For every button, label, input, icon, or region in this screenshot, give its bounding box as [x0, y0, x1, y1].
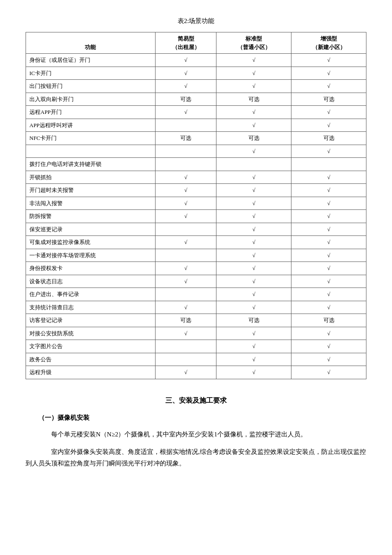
cell-simple: √	[155, 67, 216, 80]
cell-standard: √	[216, 67, 291, 80]
cell-simple: √	[155, 210, 216, 223]
paragraph-2: 室内室外摄像头安装高度、角度适宜，根据实地情况,综合考虑设备安全及监控效果设定安…	[26, 446, 366, 469]
cell-standard: √	[216, 197, 291, 210]
cell-feature: 可集成对接监控录像系统	[26, 236, 156, 249]
cell-standard: √	[216, 327, 291, 340]
cell-simple: √	[155, 197, 216, 210]
table-row: 文字图片公告√√	[26, 340, 366, 353]
table-row: 对接公安技防系统√√√	[26, 327, 366, 340]
cell-enhanced: √	[291, 223, 366, 236]
cell-standard: √	[216, 210, 291, 223]
cell-feature: 政务公告	[26, 353, 156, 366]
cell-simple: 可选	[155, 132, 216, 145]
cell-simple: √	[155, 54, 216, 67]
cell-enhanced: 可选	[291, 93, 366, 106]
cell-feature: 远程升级	[26, 366, 156, 379]
cell-simple: √	[155, 106, 216, 119]
cell-feature: 拨打住户电话对讲支持键开锁	[26, 158, 156, 171]
cell-enhanced: √	[291, 288, 366, 301]
cell-simple	[155, 158, 216, 171]
cell-simple	[155, 223, 216, 236]
cell-enhanced: √	[291, 171, 366, 184]
cell-simple: √	[155, 262, 216, 275]
cell-standard: √	[216, 301, 291, 314]
cell-enhanced: √	[291, 197, 366, 210]
cell-enhanced: √	[291, 275, 366, 288]
cell-feature: 开门超时未关报警	[26, 184, 156, 197]
cell-feature: NFC卡开门	[26, 132, 156, 145]
cell-enhanced: √	[291, 145, 366, 158]
table-row: 远程APP开门√√√	[26, 106, 366, 119]
cell-simple	[155, 288, 216, 301]
cell-feature: 访客登记记录	[26, 314, 156, 327]
cell-feature: 非法闯入报警	[26, 197, 156, 210]
cell-feature: APP远程呼叫对讲	[26, 119, 156, 132]
section-title: 三、安装及施工要求	[26, 396, 366, 405]
col-header-standard: 标准型 （普通小区）	[216, 32, 291, 54]
cell-standard: √	[216, 275, 291, 288]
cell-feature: 文字图片公告	[26, 340, 156, 353]
cell-feature: 防拆报警	[26, 210, 156, 223]
table-row: 出门按钮开门√√√	[26, 80, 366, 93]
cell-simple	[155, 340, 216, 353]
cell-enhanced: 可选	[291, 132, 366, 145]
cell-feature: 一卡通对接停车场管理系统	[26, 249, 156, 262]
paragraph-1: 每个单元楼安装N（N≥2）个摄像机，其中室内外至少安装1个摄像机，监控楼宇进出人…	[26, 429, 366, 440]
cell-standard: √	[216, 366, 291, 379]
cell-enhanced: √	[291, 327, 366, 340]
cell-feature: 出门按钮开门	[26, 80, 156, 93]
cell-simple: √	[155, 327, 216, 340]
cell-enhanced: √	[291, 106, 366, 119]
cell-enhanced: √	[291, 262, 366, 275]
table-row: 远程升级√√√	[26, 366, 366, 379]
cell-simple: √	[155, 301, 216, 314]
cell-standard: √	[216, 353, 291, 366]
table-row: 设备状态日志√√√	[26, 275, 366, 288]
cell-standard: √	[216, 288, 291, 301]
cell-enhanced: √	[291, 353, 366, 366]
cell-simple	[155, 249, 216, 262]
cell-enhanced: √	[291, 366, 366, 379]
cell-standard: 可选	[216, 314, 291, 327]
cell-standard: √	[216, 171, 291, 184]
table-title: 表2:场景功能	[26, 17, 366, 25]
cell-standard: 可选	[216, 132, 291, 145]
cell-standard: √	[216, 80, 291, 93]
table-row: 拨打住户电话对讲支持键开锁	[26, 158, 366, 171]
cell-enhanced: √	[291, 119, 366, 132]
cell-standard: √	[216, 249, 291, 262]
col-header-simple: 简易型 （出租屋）	[155, 32, 216, 54]
cell-simple	[155, 145, 216, 158]
cell-feature: 身份授权发卡	[26, 262, 156, 275]
cell-standard: 可选	[216, 93, 291, 106]
cell-simple: √	[155, 80, 216, 93]
table-row: 访客登记记录可选可选可选	[26, 314, 366, 327]
cell-enhanced: √	[291, 249, 366, 262]
cell-feature: IC卡开门	[26, 67, 156, 80]
table-row: 一卡通对接停车场管理系统√√	[26, 249, 366, 262]
cell-enhanced: √	[291, 236, 366, 249]
cell-simple: √	[155, 275, 216, 288]
cell-simple: √	[155, 171, 216, 184]
cell-simple: √	[155, 184, 216, 197]
cell-enhanced: √	[291, 301, 366, 314]
table-row: APP远程呼叫对讲√√	[26, 119, 366, 132]
col-header-enhanced: 增强型 （新建小区）	[291, 32, 366, 54]
table-row: 非法闯入报警√√√	[26, 197, 366, 210]
cell-standard: √	[216, 106, 291, 119]
cell-simple	[155, 353, 216, 366]
table-row: NFC卡开门可选可选可选	[26, 132, 366, 145]
table-row: 政务公告√√	[26, 353, 366, 366]
cell-feature: 开锁抓拍	[26, 171, 156, 184]
table-row: √√	[26, 145, 366, 158]
cell-enhanced: √	[291, 210, 366, 223]
cell-standard: √	[216, 262, 291, 275]
feature-table: 功能 简易型 （出租屋） 标准型 （普通小区） 增强型 （新建小区） 身份证（或…	[26, 32, 366, 379]
cell-simple: √	[155, 236, 216, 249]
cell-feature	[26, 145, 156, 158]
cell-enhanced	[291, 158, 366, 171]
table-row: 防拆报警√√√	[26, 210, 366, 223]
cell-standard: √	[216, 340, 291, 353]
cell-feature: 远程APP开门	[26, 106, 156, 119]
cell-feature: 支持统计筛查日志	[26, 301, 156, 314]
